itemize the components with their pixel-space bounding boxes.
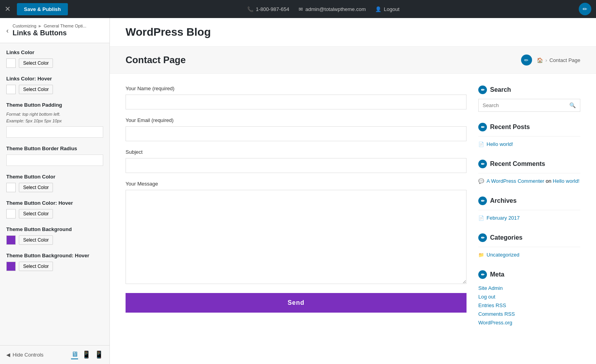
name-label: Your Name (required) bbox=[126, 86, 467, 91]
meta-links-list: Site Admin Log out Entries RSS Comments … bbox=[478, 284, 580, 327]
breadcrumb-home-icon[interactable]: 🏠 bbox=[537, 57, 543, 63]
links-color-button[interactable]: Select Color bbox=[19, 58, 53, 68]
recent-comments-title: ✏ Recent Comments bbox=[478, 160, 580, 168]
links-color-label: Links Color bbox=[6, 49, 103, 55]
theme-btn-color-row: Select Color bbox=[6, 183, 103, 192]
theme-btn-bg-swatch[interactable] bbox=[6, 235, 16, 245]
theme-btn-bg-hover-field: Theme Button Background: Hover Select Co… bbox=[6, 253, 103, 271]
sidebar-footer: ◀ Hide Controls 🖥 📱 📱 bbox=[0, 345, 109, 364]
links-color-hover-field: Links Color: Hover Select Color bbox=[6, 76, 103, 94]
theme-btn-border-radius-label: Theme Button Border Radius bbox=[6, 146, 103, 151]
main-content: WordPress Blog Contact Page ✏ 🏠 › Contac… bbox=[110, 18, 596, 364]
list-item: 📁 Uncategorized bbox=[478, 250, 580, 259]
tablet-view-icon[interactable]: 📱 bbox=[82, 350, 91, 359]
breadcrumb: Customizing ► General Theme Opti... bbox=[13, 24, 103, 28]
links-color-hover-row: Select Color bbox=[6, 85, 103, 94]
theme-btn-bg-hover-swatch[interactable] bbox=[6, 262, 16, 271]
admin-bar: ✕ Save & Publish 📞 1-800-987-654 ✉ admin… bbox=[0, 0, 596, 18]
list-item: Entries RSS bbox=[478, 301, 580, 309]
links-color-hover-button[interactable]: Select Color bbox=[19, 85, 53, 94]
theme-btn-border-radius-input[interactable] bbox=[6, 155, 103, 166]
admin-bar-center: 📞 1-800-987-654 ✉ admin@totalwptheme.com… bbox=[68, 6, 579, 12]
name-input[interactable] bbox=[126, 95, 467, 109]
sidebar-title: Links & Buttons bbox=[13, 29, 103, 37]
pencil-icon[interactable]: ✏ bbox=[579, 3, 591, 15]
breadcrumb-current: Contact Page bbox=[549, 57, 580, 63]
save-publish-button[interactable]: Save & Publish bbox=[17, 3, 68, 15]
site-admin-link[interactable]: Site Admin bbox=[478, 285, 503, 291]
theme-btn-bg-field: Theme Button Background Select Color bbox=[6, 226, 103, 245]
desktop-view-icon[interactable]: 🖥 bbox=[71, 350, 78, 359]
links-color-row: Select Color bbox=[6, 58, 103, 68]
wordpress-org-link[interactable]: WordPress.org bbox=[478, 320, 512, 326]
recent-posts-icon: ✏ bbox=[478, 123, 487, 131]
hide-controls-button[interactable]: ◀ Hide Controls bbox=[6, 352, 44, 358]
theme-btn-color-hover-swatch[interactable] bbox=[6, 209, 16, 218]
sidebar-header-text: Customizing ► General Theme Opti... Link… bbox=[13, 24, 103, 37]
meta-icon: ✏ bbox=[478, 270, 487, 279]
categories-icon: ✏ bbox=[478, 233, 487, 242]
category-link[interactable]: Uncategorized bbox=[487, 252, 519, 258]
search-submit-button[interactable]: 🔍 bbox=[565, 99, 580, 111]
post-link[interactable]: Hello world! bbox=[487, 141, 513, 147]
recent-posts-list: 📄 Hello world! bbox=[478, 140, 580, 149]
categories-widget: ✏ Categories 📁 Uncategorized bbox=[478, 233, 580, 259]
theme-btn-padding-input[interactable] bbox=[6, 126, 103, 138]
subject-label: Subject bbox=[126, 149, 467, 155]
recent-comments-widget: ✏ Recent Comments 💬 A WordPress Commente… bbox=[478, 160, 580, 186]
categories-title: ✏ Categories bbox=[478, 233, 580, 242]
list-item: 📄 Hello world! bbox=[478, 140, 580, 149]
subject-input[interactable] bbox=[126, 158, 467, 173]
comments-rss-link[interactable]: Comments RSS bbox=[478, 311, 515, 317]
name-field: Your Name (required) bbox=[126, 86, 467, 109]
logout-info[interactable]: 👤 Logout bbox=[375, 6, 399, 12]
email-label: Your Email (required) bbox=[126, 117, 467, 123]
breadcrumb-arrow: ► bbox=[38, 24, 42, 28]
theme-btn-bg-hover-row: Select Color bbox=[6, 262, 103, 271]
site-header: WordPress Blog bbox=[110, 18, 596, 47]
theme-btn-bg-button[interactable]: Select Color bbox=[19, 235, 53, 245]
theme-btn-bg-hover-button[interactable]: Select Color bbox=[19, 262, 53, 271]
links-color-swatch[interactable] bbox=[6, 58, 16, 68]
theme-btn-color-hover-button[interactable]: Select Color bbox=[19, 209, 53, 218]
theme-btn-color-hover-row: Select Color bbox=[6, 209, 103, 218]
archive-icon: 📄 bbox=[478, 215, 484, 221]
theme-btn-color-button[interactable]: Select Color bbox=[19, 183, 53, 192]
comment-post-link[interactable]: Hello world! bbox=[553, 178, 580, 184]
recent-posts-widget: ✏ Recent Posts 📄 Hello world! bbox=[478, 123, 580, 149]
theme-btn-padding-hint: Format: top right bottom left.Example: 5… bbox=[6, 111, 103, 124]
page-edit-pencil[interactable]: ✏ bbox=[521, 55, 532, 66]
theme-btn-padding-field: Theme Button Padding Format: top right b… bbox=[6, 102, 103, 138]
message-label: Your Message bbox=[126, 181, 467, 187]
meta-widget: ✏ Meta Site Admin Log out Entries RSS Co… bbox=[478, 270, 580, 327]
commenter-link[interactable]: A WordPress Commenter bbox=[487, 178, 544, 184]
search-input[interactable] bbox=[479, 99, 565, 111]
entries-rss-link[interactable]: Entries RSS bbox=[478, 302, 506, 308]
links-color-hover-swatch[interactable] bbox=[6, 85, 16, 94]
meta-title: ✏ Meta bbox=[478, 270, 580, 279]
list-item: Site Admin bbox=[478, 284, 580, 292]
view-icons: 🖥 📱 📱 bbox=[71, 350, 103, 359]
close-icon[interactable]: ✕ bbox=[5, 5, 11, 13]
site-title: WordPress Blog bbox=[126, 26, 580, 38]
sidebar-header: ‹ Customizing ► General Theme Opti... Li… bbox=[0, 18, 109, 43]
email-info: ✉ admin@totalwptheme.com bbox=[299, 6, 366, 12]
customizer-sidebar: ‹ Customizing ► General Theme Opti... Li… bbox=[0, 18, 110, 364]
theme-btn-color-swatch[interactable] bbox=[6, 183, 16, 192]
back-button[interactable]: ‹ bbox=[6, 27, 9, 34]
theme-btn-padding-label: Theme Button Padding bbox=[6, 102, 103, 108]
email-input[interactable] bbox=[126, 126, 467, 141]
mobile-view-icon[interactable]: 📱 bbox=[95, 350, 103, 359]
main-layout: ‹ Customizing ► General Theme Opti... Li… bbox=[0, 18, 596, 364]
post-icon: 📄 bbox=[478, 142, 484, 147]
archives-icon: ✏ bbox=[478, 197, 487, 205]
chevron-left-icon: ◀ bbox=[6, 352, 10, 358]
logout-link[interactable]: Log out bbox=[478, 294, 495, 300]
message-textarea[interactable] bbox=[126, 190, 467, 284]
archive-link[interactable]: February 2017 bbox=[487, 215, 520, 221]
phone-info: 📞 1-800-987-654 bbox=[247, 6, 289, 12]
send-button[interactable]: Send bbox=[126, 293, 467, 313]
recent-comments-divider bbox=[478, 173, 580, 173]
contact-form-area: Your Name (required) Your Email (require… bbox=[126, 86, 467, 338]
theme-btn-color-label: Theme Button Color bbox=[6, 174, 103, 180]
